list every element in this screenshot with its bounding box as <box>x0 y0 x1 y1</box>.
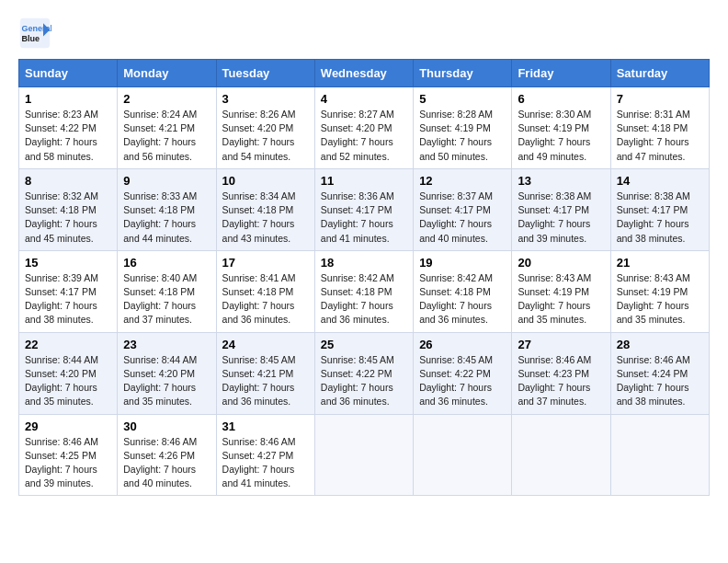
day-cell: 20 Sunrise: 8:43 AMSunset: 4:19 PMDaylig… <box>512 250 610 332</box>
header-thursday: Thursday <box>414 60 512 87</box>
day-number: 14 <box>617 174 703 188</box>
day-number: 8 <box>25 174 111 188</box>
day-cell: 25 Sunrise: 8:45 AMSunset: 4:22 PMDaylig… <box>314 332 413 414</box>
day-number: 4 <box>321 92 407 106</box>
day-info: Sunrise: 8:43 AMSunset: 4:19 PMDaylight:… <box>617 272 690 326</box>
day-cell: 5 Sunrise: 8:28 AMSunset: 4:19 PMDayligh… <box>414 87 512 169</box>
day-info: Sunrise: 8:46 AMSunset: 4:25 PMDaylight:… <box>25 436 98 489</box>
day-number: 21 <box>617 256 703 270</box>
day-number: 20 <box>518 256 604 270</box>
day-info: Sunrise: 8:23 AMSunset: 4:22 PMDaylight:… <box>25 109 98 162</box>
day-cell: 15 Sunrise: 8:39 AMSunset: 4:17 PMDaylig… <box>19 250 118 332</box>
logo: General Blue <box>18 17 55 50</box>
day-info: Sunrise: 8:44 AMSunset: 4:20 PMDaylight:… <box>25 354 98 408</box>
week-row-5: 29 Sunrise: 8:46 AMSunset: 4:25 PMDaylig… <box>19 414 710 496</box>
day-cell: 21 Sunrise: 8:43 AMSunset: 4:19 PMDaylig… <box>610 250 709 332</box>
week-row-1: 1 Sunrise: 8:23 AMSunset: 4:22 PMDayligh… <box>19 87 710 169</box>
day-info: Sunrise: 8:30 AMSunset: 4:19 PMDaylight:… <box>518 109 591 162</box>
day-info: Sunrise: 8:44 AMSunset: 4:20 PMDaylight:… <box>123 354 197 408</box>
day-info: Sunrise: 8:39 AMSunset: 4:17 PMDaylight:… <box>25 272 98 326</box>
day-number: 22 <box>25 338 111 351</box>
day-cell: 19 Sunrise: 8:42 AMSunset: 4:18 PMDaylig… <box>414 250 512 332</box>
day-number: 27 <box>518 338 604 351</box>
day-info: Sunrise: 8:45 AMSunset: 4:22 PMDaylight:… <box>321 354 394 408</box>
calendar-header-row: SundayMondayTuesdayWednesdayThursdayFrid… <box>19 60 710 87</box>
day-cell <box>314 414 413 496</box>
day-info: Sunrise: 8:36 AMSunset: 4:17 PMDaylight:… <box>321 190 394 244</box>
day-info: Sunrise: 8:46 AMSunset: 4:24 PMDaylight:… <box>617 354 690 408</box>
day-cell: 24 Sunrise: 8:45 AMSunset: 4:21 PMDaylig… <box>216 332 314 414</box>
day-info: Sunrise: 8:24 AMSunset: 4:21 PMDaylight:… <box>123 109 197 162</box>
week-row-3: 15 Sunrise: 8:39 AMSunset: 4:17 PMDaylig… <box>19 250 710 332</box>
day-number: 11 <box>321 174 407 188</box>
header-tuesday: Tuesday <box>216 60 314 87</box>
day-cell: 6 Sunrise: 8:30 AMSunset: 4:19 PMDayligh… <box>512 87 610 169</box>
day-info: Sunrise: 8:45 AMSunset: 4:21 PMDaylight:… <box>222 354 296 408</box>
header-wednesday: Wednesday <box>314 60 413 87</box>
day-cell: 10 Sunrise: 8:34 AMSunset: 4:18 PMDaylig… <box>216 168 314 250</box>
day-number: 1 <box>25 92 111 106</box>
header-sunday: Sunday <box>19 60 118 87</box>
day-number: 26 <box>419 338 506 351</box>
svg-text:Blue: Blue <box>22 34 40 43</box>
day-info: Sunrise: 8:46 AMSunset: 4:27 PMDaylight:… <box>222 436 296 489</box>
header-friday: Friday <box>512 60 610 87</box>
logo-icon: General Blue <box>18 17 51 50</box>
day-info: Sunrise: 8:28 AMSunset: 4:19 PMDaylight:… <box>419 109 493 162</box>
header: General Blue <box>18 17 710 50</box>
day-cell <box>512 414 610 496</box>
day-cell: 23 Sunrise: 8:44 AMSunset: 4:20 PMDaylig… <box>118 332 216 414</box>
day-info: Sunrise: 8:46 AMSunset: 4:23 PMDaylight:… <box>518 354 591 408</box>
day-info: Sunrise: 8:38 AMSunset: 4:17 PMDaylight:… <box>617 190 690 244</box>
day-info: Sunrise: 8:45 AMSunset: 4:22 PMDaylight:… <box>419 354 493 408</box>
day-info: Sunrise: 8:26 AMSunset: 4:20 PMDaylight:… <box>222 109 296 162</box>
day-cell: 1 Sunrise: 8:23 AMSunset: 4:22 PMDayligh… <box>19 87 118 169</box>
day-number: 15 <box>25 256 111 270</box>
day-cell: 13 Sunrise: 8:38 AMSunset: 4:17 PMDaylig… <box>512 168 610 250</box>
day-cell <box>610 414 709 496</box>
day-info: Sunrise: 8:34 AMSunset: 4:18 PMDaylight:… <box>222 190 296 244</box>
day-info: Sunrise: 8:33 AMSunset: 4:18 PMDaylight:… <box>123 190 197 244</box>
day-cell: 14 Sunrise: 8:38 AMSunset: 4:17 PMDaylig… <box>610 168 709 250</box>
day-info: Sunrise: 8:41 AMSunset: 4:18 PMDaylight:… <box>222 272 296 326</box>
day-number: 31 <box>222 419 309 433</box>
day-number: 24 <box>222 338 309 351</box>
day-number: 25 <box>321 338 407 351</box>
day-info: Sunrise: 8:46 AMSunset: 4:26 PMDaylight:… <box>123 436 197 489</box>
day-number: 2 <box>123 92 210 106</box>
day-number: 5 <box>419 92 506 106</box>
day-info: Sunrise: 8:40 AMSunset: 4:18 PMDaylight:… <box>123 272 197 326</box>
day-info: Sunrise: 8:42 AMSunset: 4:18 PMDaylight:… <box>321 272 394 326</box>
day-number: 23 <box>123 338 210 351</box>
day-info: Sunrise: 8:43 AMSunset: 4:19 PMDaylight:… <box>518 272 591 326</box>
day-cell: 31 Sunrise: 8:46 AMSunset: 4:27 PMDaylig… <box>216 414 314 496</box>
day-number: 28 <box>617 338 703 351</box>
page: General Blue SundayMondayTuesdayWednesda… <box>0 0 728 563</box>
day-cell: 3 Sunrise: 8:26 AMSunset: 4:20 PMDayligh… <box>216 87 314 169</box>
day-info: Sunrise: 8:37 AMSunset: 4:17 PMDaylight:… <box>419 190 493 244</box>
header-saturday: Saturday <box>610 60 709 87</box>
day-cell: 22 Sunrise: 8:44 AMSunset: 4:20 PMDaylig… <box>19 332 118 414</box>
day-number: 17 <box>222 256 309 270</box>
day-cell: 4 Sunrise: 8:27 AMSunset: 4:20 PMDayligh… <box>314 87 413 169</box>
day-cell <box>414 414 512 496</box>
day-cell: 12 Sunrise: 8:37 AMSunset: 4:17 PMDaylig… <box>414 168 512 250</box>
day-cell: 28 Sunrise: 8:46 AMSunset: 4:24 PMDaylig… <box>610 332 709 414</box>
day-cell: 9 Sunrise: 8:33 AMSunset: 4:18 PMDayligh… <box>118 168 216 250</box>
day-number: 10 <box>222 174 309 188</box>
day-cell: 27 Sunrise: 8:46 AMSunset: 4:23 PMDaylig… <box>512 332 610 414</box>
calendar-table: SundayMondayTuesdayWednesdayThursdayFrid… <box>18 59 710 496</box>
day-info: Sunrise: 8:38 AMSunset: 4:17 PMDaylight:… <box>518 190 591 244</box>
day-cell: 16 Sunrise: 8:40 AMSunset: 4:18 PMDaylig… <box>118 250 216 332</box>
header-monday: Monday <box>118 60 216 87</box>
day-number: 18 <box>321 256 407 270</box>
day-cell: 18 Sunrise: 8:42 AMSunset: 4:18 PMDaylig… <box>314 250 413 332</box>
day-cell: 11 Sunrise: 8:36 AMSunset: 4:17 PMDaylig… <box>314 168 413 250</box>
day-number: 29 <box>25 419 111 433</box>
day-cell: 17 Sunrise: 8:41 AMSunset: 4:18 PMDaylig… <box>216 250 314 332</box>
day-number: 9 <box>123 174 210 188</box>
day-cell: 26 Sunrise: 8:45 AMSunset: 4:22 PMDaylig… <box>414 332 512 414</box>
day-number: 19 <box>419 256 506 270</box>
day-number: 12 <box>419 174 506 188</box>
week-row-2: 8 Sunrise: 8:32 AMSunset: 4:18 PMDayligh… <box>19 168 710 250</box>
